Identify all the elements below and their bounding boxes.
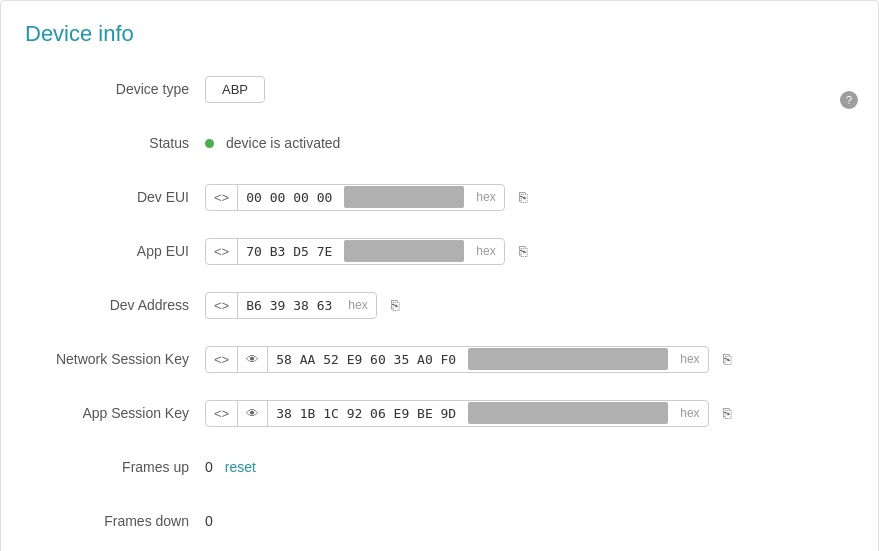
app-session-key-copy-icon[interactable]: ⎘: [715, 400, 739, 426]
network-session-key-row: Network Session Key <> 👁 58 AA 52 E9 60 …: [25, 341, 854, 377]
app-session-key-row: App Session Key <> 👁 38 1B 1C 92 06 E9 B…: [25, 395, 854, 431]
app-eui-row: App EUI <> 70 B3 D5 7E hex ⎘: [25, 233, 854, 269]
app-session-key-hex-label: hex: [672, 401, 707, 425]
dev-address-label: Dev Address: [25, 297, 205, 313]
dev-address-input-group: <> B6 39 38 63 hex: [205, 292, 377, 319]
status-row: Status device is activated: [25, 125, 854, 161]
help-icon[interactable]: ?: [840, 91, 858, 109]
code-icon-2: <>: [206, 239, 238, 264]
reset-link[interactable]: reset: [225, 459, 256, 475]
frames-down-value: 0: [205, 513, 213, 529]
app-eui-value: 70 B3 D5 7E: [238, 239, 340, 264]
device-type-control: ABP: [205, 76, 265, 103]
network-session-key-control: <> 👁 58 AA 52 E9 60 35 A0 F0 hex ⎘: [205, 346, 739, 373]
app-session-key-input-group: <> 👁 38 1B 1C 92 06 E9 BE 9D hex: [205, 400, 709, 427]
dev-address-control: <> B6 39 38 63 hex ⎘: [205, 292, 407, 319]
app-eui-hex-label: hex: [468, 239, 503, 263]
code-icon-4: <>: [206, 347, 238, 372]
status-label: Status: [25, 135, 205, 151]
app-eui-hidden: [344, 240, 464, 262]
app-eui-control: <> 70 B3 D5 7E hex ⎘: [205, 238, 535, 265]
app-session-key-hidden: [468, 402, 668, 424]
device-type-label: Device type: [25, 81, 205, 97]
network-session-key-value: 58 AA 52 E9 60 35 A0 F0: [268, 347, 464, 372]
dev-eui-control: <> 00 00 00 00 hex ⎘: [205, 184, 535, 211]
app-eui-label: App EUI: [25, 243, 205, 259]
device-info-card: Device info ? Device type ABP Status dev…: [0, 0, 879, 551]
dev-eui-label: Dev EUI: [25, 189, 205, 205]
dev-address-copy-icon[interactable]: ⎘: [383, 292, 407, 318]
frames-up-label: Frames up: [25, 459, 205, 475]
dev-eui-row: Dev EUI <> 00 00 00 00 hex ⎘: [25, 179, 854, 215]
status-text: device is activated: [226, 135, 340, 151]
network-session-key-label: Network Session Key: [25, 351, 205, 367]
page-title: Device info: [25, 21, 854, 47]
code-icon: <>: [206, 185, 238, 210]
code-icon-5: <>: [206, 401, 238, 426]
eye-icon-ask[interactable]: 👁: [238, 401, 268, 426]
dev-address-row: Dev Address <> B6 39 38 63 hex ⎘: [25, 287, 854, 323]
dev-address-hex-label: hex: [340, 293, 375, 317]
app-session-key-control: <> 👁 38 1B 1C 92 06 E9 BE 9D hex ⎘: [205, 400, 739, 427]
app-eui-input-group: <> 70 B3 D5 7E hex: [205, 238, 505, 265]
frames-down-control: 0: [205, 513, 219, 529]
network-session-key-input-group: <> 👁 58 AA 52 E9 60 35 A0 F0 hex: [205, 346, 709, 373]
network-session-key-hex-label: hex: [672, 347, 707, 371]
frames-down-label: Frames down: [25, 513, 205, 529]
dev-eui-value: 00 00 00 00: [238, 185, 340, 210]
device-type-button[interactable]: ABP: [205, 76, 265, 103]
dev-eui-hex-label: hex: [468, 185, 503, 209]
frames-down-row: Frames down 0: [25, 503, 854, 539]
app-eui-copy-icon[interactable]: ⎘: [511, 238, 535, 264]
frames-up-value: 0: [205, 459, 213, 475]
network-session-key-copy-icon[interactable]: ⎘: [715, 346, 739, 372]
dev-eui-hidden: [344, 186, 464, 208]
dev-eui-input-group: <> 00 00 00 00 hex: [205, 184, 505, 211]
eye-icon-nsk[interactable]: 👁: [238, 347, 268, 372]
frames-up-row: Frames up 0 reset: [25, 449, 854, 485]
app-session-key-value: 38 1B 1C 92 06 E9 BE 9D: [268, 401, 464, 426]
status-dot: [205, 139, 214, 148]
network-session-key-hidden: [468, 348, 668, 370]
dev-address-value: B6 39 38 63: [238, 293, 340, 318]
status-control: device is activated: [205, 135, 340, 151]
device-type-row: Device type ABP: [25, 71, 854, 107]
app-session-key-label: App Session Key: [25, 405, 205, 421]
frames-up-control: 0 reset: [205, 459, 256, 475]
dev-eui-copy-icon[interactable]: ⎘: [511, 184, 535, 210]
code-icon-3: <>: [206, 293, 238, 318]
